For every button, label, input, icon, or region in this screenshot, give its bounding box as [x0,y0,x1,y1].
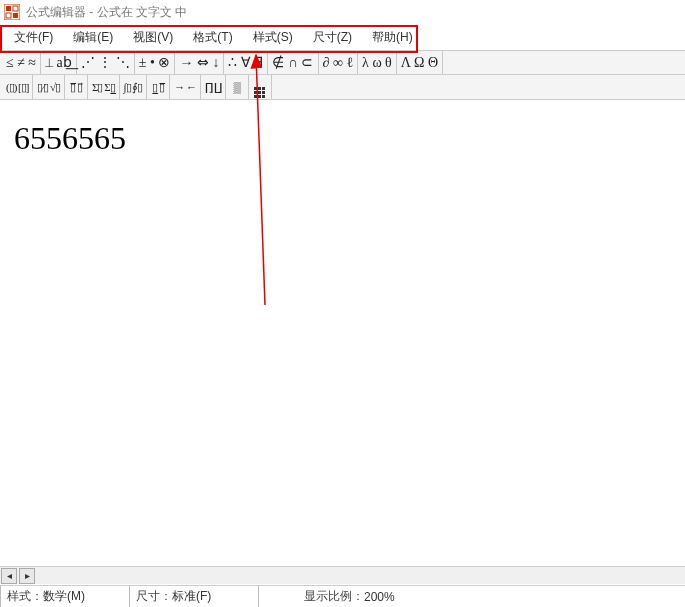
menubar: 文件(F) 编辑(E) 视图(V) 格式(T) 样式(S) 尺寸(Z) 帮助(H… [0,24,685,50]
template-matrix[interactable]: ▒ [230,77,244,97]
template-sums[interactable]: Σ▯ Σ▯̲ [92,77,115,97]
status-size[interactable]: 尺寸： 标准(F) [129,586,259,607]
scroll-left-icon[interactable]: ◂ [1,568,17,584]
window-title: 公式编辑器 - 公式在 文字文 中 [26,4,187,21]
status-style-value: 数学(M) [43,588,85,605]
toolbar-row-2: (▯) [▯] ▯⁄▯ √▯ ▯̅ ▯⃗ Σ▯ Σ▯̲ ∫▯ ∮▯ ▯̲ ▯̅ … [0,75,685,100]
grid-icon [254,87,265,98]
status-size-label: 尺寸： [136,588,172,605]
toolbar-row-1: ≤ ≠ ≈ ⟂ ab͟ ⋰ ⋮ ⋱ ± • ⊗ → ⇔ ↓ ∴ ∀ ∃ ∉ ∩ … [0,50,685,75]
template-overbar[interactable]: ▯̅ ▯⃗ [69,77,83,97]
app-icon [4,4,20,20]
editor-area[interactable]: 6556565 [0,100,685,580]
palette-relations[interactable]: ≤ ≠ ≈ [6,53,36,73]
status-style[interactable]: 样式： 数学(M) [0,586,130,607]
status-zoom[interactable]: 显示比例： 200% [298,586,401,607]
template-fences[interactable]: (▯) [▯] [6,77,28,97]
template-fractions[interactable]: ▯⁄▯ √▯ [37,77,60,97]
svg-rect-4 [13,13,18,18]
status-zoom-value: 200% [364,590,395,604]
svg-rect-1 [6,6,11,11]
status-size-value: 标准(F) [172,588,211,605]
menu-format[interactable]: 格式(T) [183,27,242,48]
palette-misc[interactable]: ∂ ∞ ℓ [323,53,354,73]
titlebar: 公式编辑器 - 公式在 文字文 中 [0,0,685,24]
template-labeled-arrows[interactable]: → ← [174,77,196,97]
menu-help[interactable]: 帮助(H) [362,27,423,48]
template-underover[interactable]: ▯̲ ▯̅ [151,77,165,97]
menu-edit[interactable]: 编辑(E) [63,27,123,48]
palette-logic[interactable]: ∴ ∀ ∃ [228,53,263,73]
status-zoom-label: 显示比例： [304,588,364,605]
template-products[interactable]: ∏̣ ∐̣ [205,77,221,97]
palette-greek-lower[interactable]: λ ω θ [362,53,392,73]
palette-arrows[interactable]: → ⇔ ↓ [179,53,219,73]
scroll-right-icon[interactable]: ▸ [19,568,35,584]
palette-spaces[interactable]: ⟂ ab͟ [45,53,72,73]
template-integrals[interactable]: ∫▯ ∮▯ [124,77,143,97]
palette-greek-upper[interactable]: Λ Ω Θ [401,53,438,73]
menu-size[interactable]: 尺寸(Z) [303,27,362,48]
menu-file[interactable]: 文件(F) [4,27,63,48]
horizontal-scrollbar[interactable]: ◂ ▸ [0,566,685,584]
menu-view[interactable]: 视图(V) [123,27,183,48]
formula-content[interactable]: 6556565 [14,120,671,157]
menu-style[interactable]: 样式(S) [243,27,303,48]
template-grid-icon[interactable] [253,76,267,98]
palette-dots[interactable]: ⋰ ⋮ ⋱ [81,53,130,73]
palette-operators[interactable]: ± • ⊗ [139,53,171,73]
status-style-label: 样式： [7,588,43,605]
palette-set[interactable]: ∉ ∩ ⊂ [272,53,313,73]
statusbar: 样式： 数学(M) 尺寸： 标准(F) 显示比例： 200% [0,585,685,607]
